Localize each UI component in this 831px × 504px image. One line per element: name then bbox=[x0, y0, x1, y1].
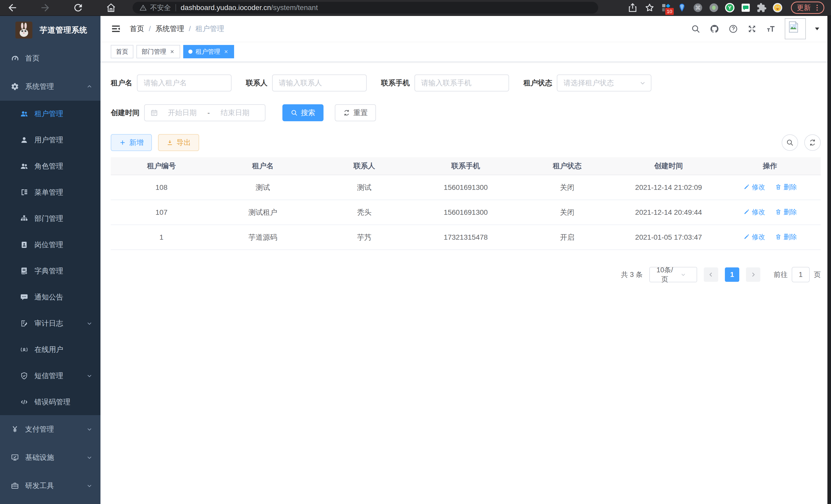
sidebar-item-label: 首页 bbox=[25, 53, 39, 63]
cell-created: 2021-01-05 17:03:47 bbox=[618, 225, 719, 250]
broken-image-icon bbox=[787, 20, 804, 34]
font-size-icon[interactable] bbox=[766, 24, 775, 34]
mobile-field: 联系手机 bbox=[381, 75, 509, 91]
sidebar-item-notice-announcement[interactable]: 通知公告 bbox=[0, 284, 101, 310]
search-button[interactable]: 搜索 bbox=[282, 104, 323, 121]
page-number-button[interactable]: 1 bbox=[725, 267, 739, 282]
export-button[interactable]: 导出 bbox=[158, 134, 199, 151]
cell-tenant-id: 107 bbox=[111, 200, 212, 225]
extension-avatar[interactable] bbox=[772, 3, 783, 13]
contact-input[interactable] bbox=[272, 75, 367, 91]
tab-home[interactable]: 首页 bbox=[111, 45, 133, 58]
logo-image bbox=[16, 22, 32, 38]
close-icon[interactable] bbox=[169, 49, 175, 55]
date-range-picker[interactable]: 开始日期 - 结束日期 bbox=[144, 104, 265, 121]
edit-button[interactable]: 修改 bbox=[743, 183, 765, 191]
delete-button[interactable]: 删除 bbox=[775, 183, 797, 191]
sidebar-item-post-management[interactable]: 岗位管理 bbox=[0, 232, 101, 258]
ext-chat-icon bbox=[741, 3, 751, 13]
chevron-down-icon bbox=[86, 373, 93, 379]
sidebar-item-online-users[interactable]: 在线用户 bbox=[0, 336, 101, 363]
pagination-total: 共 3 条 bbox=[621, 270, 643, 279]
share-icon[interactable] bbox=[627, 2, 638, 13]
address-bar[interactable]: 不安全 dashboard.yudao.iocoder.cn/system/te… bbox=[133, 2, 598, 13]
breadcrumb: 首页 / 系统管理 / 租户管理 bbox=[130, 24, 224, 34]
app-logo[interactable]: 芋道管理系统 bbox=[0, 16, 101, 44]
chevron-down-icon bbox=[86, 320, 93, 327]
sidebar-item-error-code-management[interactable]: 错误码管理 bbox=[0, 389, 101, 415]
help-icon[interactable] bbox=[728, 24, 738, 34]
extension-kite[interactable] bbox=[677, 3, 687, 13]
extension-puzzle[interactable] bbox=[756, 3, 767, 13]
sidebar-item-role-management[interactable]: 角色管理 bbox=[0, 153, 101, 179]
kebab-menu-icon[interactable] bbox=[813, 3, 822, 12]
fullscreen-icon[interactable] bbox=[747, 24, 757, 34]
page-content: 租户名 联系人 联系手机 租户状态 请选择租户状态 创建时间 bbox=[101, 62, 831, 282]
delete-button[interactable]: 删除 bbox=[775, 208, 797, 216]
edit-button[interactable]: 修改 bbox=[743, 208, 765, 216]
cell-contact: 测试 bbox=[314, 175, 415, 200]
reload-icon[interactable] bbox=[73, 2, 84, 13]
bookmark-star-icon[interactable] bbox=[644, 2, 655, 13]
delete-button[interactable]: 删除 bbox=[775, 233, 797, 241]
next-page-button[interactable] bbox=[746, 267, 760, 282]
sidebar-item-user-management[interactable]: 用户管理 bbox=[0, 127, 101, 153]
extension-command[interactable]: ⌘ bbox=[693, 3, 703, 13]
sidebar-item-sms-management[interactable]: 短信管理 bbox=[0, 363, 101, 389]
end-date-placeholder[interactable]: 结束日期 bbox=[211, 108, 259, 118]
extension-chat[interactable] bbox=[741, 3, 751, 13]
chrome-update-button[interactable]: 更新 bbox=[791, 2, 824, 14]
sidebar-item-dict-management[interactable]: 字典管理 bbox=[0, 258, 101, 284]
forward-icon[interactable] bbox=[39, 2, 51, 13]
mobile-input[interactable] bbox=[414, 75, 509, 91]
back-icon[interactable] bbox=[7, 2, 18, 13]
breadcrumb-system[interactable]: 系统管理 bbox=[155, 24, 184, 34]
sidebar-item-dept-management[interactable]: 部门管理 bbox=[0, 206, 101, 232]
tab-tenant-management[interactable]: 租户管理 bbox=[183, 45, 234, 58]
extension-grid[interactable]: 10 bbox=[661, 3, 671, 13]
cell-tenant-id: 108 bbox=[111, 175, 212, 200]
sidebar-item-label: 错误码管理 bbox=[34, 397, 70, 407]
status-select[interactable]: 请选择租户状态 bbox=[557, 75, 651, 91]
sidebar-item-system-management[interactable]: 系统管理 bbox=[0, 72, 101, 101]
prev-page-button[interactable] bbox=[704, 267, 718, 282]
refresh-table-button[interactable] bbox=[804, 135, 821, 151]
search-icon[interactable] bbox=[691, 24, 700, 34]
home-icon[interactable] bbox=[105, 2, 117, 13]
message-icon bbox=[20, 293, 28, 301]
extension-y[interactable]: Y bbox=[725, 3, 735, 13]
sidebar-item-tenant-management[interactable]: 租户管理 bbox=[0, 101, 101, 127]
extension-record[interactable] bbox=[709, 3, 719, 13]
page-size-select[interactable]: 10条/页 bbox=[649, 267, 697, 282]
sidebar-toggle-icon[interactable] bbox=[111, 24, 121, 34]
avatar[interactable] bbox=[785, 18, 806, 39]
pagination: 共 3 条 10条/页 1 前往 页 bbox=[111, 267, 821, 282]
close-icon[interactable] bbox=[223, 49, 229, 55]
edit-icon bbox=[743, 234, 750, 240]
tenant-name-input[interactable] bbox=[137, 75, 231, 91]
ext-command-icon: ⌘ bbox=[693, 3, 703, 13]
cell-actions: 修改 删除 bbox=[719, 225, 821, 250]
sidebar-item-audit-log[interactable]: 审计日志 bbox=[0, 310, 101, 336]
github-icon[interactable] bbox=[710, 24, 719, 34]
add-button[interactable]: 新增 bbox=[111, 134, 152, 151]
sidebar-item-infrastructure[interactable]: 基础设施 bbox=[0, 443, 101, 472]
start-date-placeholder[interactable]: 开始日期 bbox=[158, 108, 206, 118]
breadcrumb-home[interactable]: 首页 bbox=[130, 24, 144, 34]
sidebar-item-label: 角色管理 bbox=[34, 161, 63, 171]
sidebar-item-dev-tools[interactable]: 研发工具 bbox=[0, 472, 101, 500]
reset-button[interactable]: 重置 bbox=[335, 104, 376, 121]
goto-page-input[interactable] bbox=[792, 267, 810, 282]
edit-icon bbox=[743, 184, 750, 190]
sidebar-item-menu-management[interactable]: 菜单管理 bbox=[0, 179, 101, 206]
table-toolbar: 新增 导出 bbox=[111, 134, 821, 151]
sidebar-item-pay-management[interactable]: 支付管理 bbox=[0, 415, 101, 443]
refresh-icon bbox=[809, 139, 816, 146]
chevron-down-icon[interactable] bbox=[813, 25, 821, 32]
edit-button[interactable]: 修改 bbox=[743, 233, 765, 241]
sidebar-item-label: 审计日志 bbox=[34, 319, 63, 328]
window-edge bbox=[827, 16, 831, 504]
tab-dept-management[interactable]: 部门管理 bbox=[137, 45, 180, 58]
show-search-button[interactable] bbox=[782, 135, 798, 151]
sidebar-item-home[interactable]: 首页 bbox=[0, 44, 101, 72]
